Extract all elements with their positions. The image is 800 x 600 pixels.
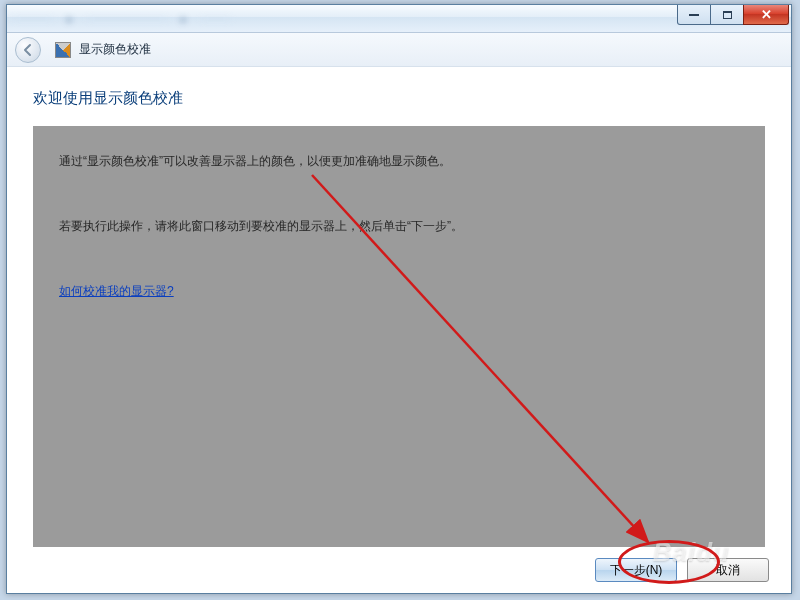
body-panel: 通过“显示颜色校准”可以改善显示器上的颜色，以便更加准确地显示颜色。 若要执行此… xyxy=(33,126,765,547)
footer: 下一步(N) 取消 xyxy=(7,547,791,593)
cancel-button[interactable]: 取消 xyxy=(687,558,769,582)
maximize-button[interactable] xyxy=(710,5,744,25)
help-link[interactable]: 如何校准我的显示器? xyxy=(59,284,174,298)
back-button[interactable] xyxy=(15,37,41,63)
close-button[interactable]: ✕ xyxy=(743,5,789,25)
monitor-color-icon xyxy=(55,42,71,58)
title-bar: ▸ ▸ ✕ xyxy=(7,5,791,33)
content-area: 欢迎使用显示颜色校准 通过“显示颜色校准”可以改善显示器上的颜色，以便更加准确地… xyxy=(7,67,791,547)
nav-row: 显示颜色校准 xyxy=(7,33,791,67)
wizard-window: ▸ ▸ ✕ 显示颜色校准 欢迎使用显示颜色校准 通过“显示颜色校准”可以改善显示… xyxy=(6,4,792,594)
arrow-left-icon xyxy=(21,43,35,57)
address-bar-blurred: ▸ ▸ xyxy=(7,5,677,32)
minimize-button[interactable] xyxy=(677,5,711,25)
app-title: 显示颜色校准 xyxy=(79,41,151,58)
intro-paragraph-1: 通过“显示颜色校准”可以改善显示器上的颜色，以便更加准确地显示颜色。 xyxy=(59,152,739,171)
window-controls: ✕ xyxy=(677,5,789,32)
next-button[interactable]: 下一步(N) xyxy=(595,558,677,582)
intro-paragraph-2: 若要执行此操作，请将此窗口移动到要校准的显示器上，然后单击“下一步”。 xyxy=(59,217,739,236)
page-heading: 欢迎使用显示颜色校准 xyxy=(33,89,765,108)
